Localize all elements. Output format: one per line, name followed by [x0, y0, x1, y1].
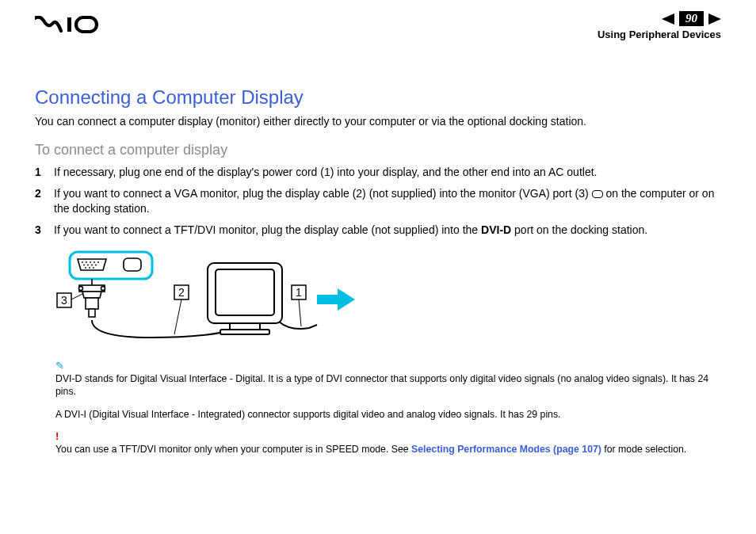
warning-icon: !: [55, 430, 721, 442]
pencil-note-icon: ✎: [55, 360, 721, 372]
note-dvii: A DVI-I (Digital Visual Interface - Inte…: [55, 408, 721, 421]
svg-marker-2: [662, 13, 674, 25]
step-number: 3: [35, 223, 54, 238]
step-2: 2 If you want to connect a VGA monitor, …: [35, 186, 721, 216]
section-label: Using Peripheral Devices: [598, 29, 721, 40]
step-text: If you want to connect a VGA monitor, pl…: [54, 186, 721, 216]
svg-line-33: [299, 299, 301, 326]
vga-port-icon: [592, 190, 603, 198]
vaio-logo: [35, 16, 111, 36]
callout-2: 2: [178, 286, 185, 299]
svg-point-25: [101, 286, 105, 290]
step-text: If you want to connect a TFT/DVI monitor…: [54, 223, 721, 238]
svg-rect-29: [216, 269, 274, 315]
svg-marker-3: [708, 13, 721, 25]
svg-point-5: [82, 261, 83, 263]
warning-text: You can use a TFT/DVI monitor only when …: [55, 443, 721, 456]
page-number: 90: [679, 11, 704, 26]
svg-rect-17: [124, 258, 141, 271]
connection-diagram: 3 2: [55, 249, 721, 347]
svg-point-8: [94, 261, 95, 263]
svg-point-12: [91, 264, 93, 265]
svg-rect-1: [76, 17, 97, 32]
svg-point-13: [95, 264, 97, 265]
step-text: If necessary, plug one end of the displa…: [54, 165, 721, 180]
page-header: 90 Using Peripheral Devices: [35, 11, 721, 40]
steps-list: 1 If necessary, plug one end of the disp…: [35, 165, 721, 238]
callout-3: 3: [61, 294, 67, 307]
svg-rect-0: [67, 17, 71, 32]
svg-rect-4: [70, 252, 152, 279]
step-number: 1: [35, 165, 54, 180]
step-number: 2: [35, 186, 54, 216]
callout-1: 1: [296, 286, 302, 299]
svg-point-10: [83, 264, 85, 265]
svg-point-14: [85, 267, 86, 269]
svg-point-16: [93, 267, 94, 269]
svg-rect-22: [86, 298, 98, 309]
step-1: 1 If necessary, plug one end of the disp…: [35, 165, 721, 180]
svg-point-7: [90, 261, 91, 263]
svg-point-15: [89, 267, 90, 269]
svg-rect-30: [230, 323, 260, 330]
svg-point-6: [86, 261, 87, 263]
page-title: Connecting a Computer Display: [35, 86, 721, 109]
note-dvid: DVI-D stands for Digital Visual Interfac…: [55, 372, 721, 399]
svg-point-24: [79, 286, 83, 290]
svg-line-27: [174, 299, 181, 334]
svg-rect-23: [89, 309, 95, 317]
subheading: To connect a computer display: [35, 142, 721, 158]
svg-rect-34: [317, 295, 338, 304]
performance-modes-link[interactable]: Selecting Performance Modes (page 107): [411, 444, 601, 455]
svg-marker-35: [338, 288, 355, 311]
svg-point-9: [97, 261, 99, 263]
svg-rect-31: [220, 330, 269, 334]
next-page-arrow[interactable]: [708, 13, 721, 25]
svg-point-11: [87, 264, 89, 265]
intro-text: You can connect a computer display (moni…: [35, 115, 721, 128]
prev-page-arrow[interactable]: [662, 13, 674, 25]
step-3: 3 If you want to connect a TFT/DVI monit…: [35, 223, 721, 238]
